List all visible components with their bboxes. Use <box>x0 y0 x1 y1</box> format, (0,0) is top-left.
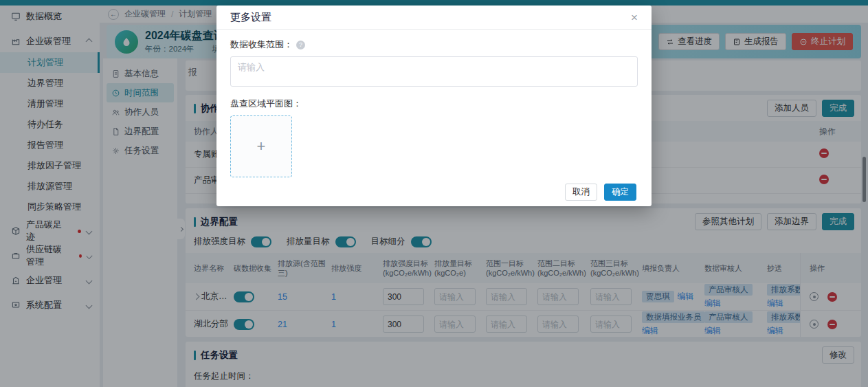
close-icon[interactable]: × <box>631 12 638 23</box>
map-field-label: 盘查区域平面图： <box>230 98 302 110</box>
scope-field-label: 数据收集范围： <box>230 38 293 51</box>
cancel-button[interactable]: 取消 <box>565 184 597 201</box>
help-icon[interactable]: ? <box>296 41 305 49</box>
scope-textarea[interactable] <box>230 56 638 87</box>
modal-title: 更多设置 <box>230 11 271 24</box>
confirm-button[interactable]: 确定 <box>604 184 636 201</box>
app-root: 数据概览 企业碳管理 计划管理 边界管理 清册管理 待办任务 报告管理 排放因子… <box>0 0 868 387</box>
upload-plan-map-box[interactable]: + <box>230 115 292 177</box>
plus-icon: + <box>257 137 266 155</box>
more-settings-modal: 更多设置 × 数据收集范围： ? 盘查区域平面图： + 取消 确定 <box>216 5 652 206</box>
